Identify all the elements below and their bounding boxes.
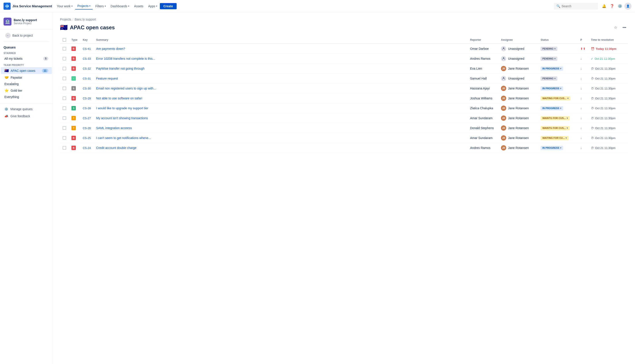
assignee-name: Jane Rotansen xyxy=(508,126,529,130)
manage-queues-item[interactable]: ⚙️ Manage queues xyxy=(1,106,52,112)
issue-summary[interactable]: PayWise transfer not going through xyxy=(96,67,144,70)
status-badge[interactable]: PENDING ▾ xyxy=(541,57,557,61)
sidebar-item-gold-tier[interactable]: ⭐ Gold tier xyxy=(1,87,52,94)
nav-dashboards[interactable]: Dashboards ▾ xyxy=(109,3,132,9)
search-input[interactable] xyxy=(561,4,595,8)
give-feedback-item[interactable]: 📣 Give feedback xyxy=(1,112,52,120)
nav-projects[interactable]: Projects ▾ xyxy=(75,3,93,10)
nav-assets[interactable]: Assets xyxy=(132,3,146,9)
assignee-name: Jane Rotansen xyxy=(508,106,529,110)
row-checkbox[interactable] xyxy=(63,106,66,110)
select-all-checkbox[interactable] xyxy=(63,38,66,42)
issue-summary[interactable]: Not able to use software on safari xyxy=(96,96,142,100)
issue-summary[interactable]: Email non registered users to sign up wi… xyxy=(96,86,156,90)
status-badge[interactable]: PENDING ▾ xyxy=(541,76,557,81)
assignee-cell: Unassigned xyxy=(501,76,535,81)
issue-summary[interactable]: I can't seem to get notifications whene.… xyxy=(96,136,151,140)
issue-key[interactable]: CS-24 xyxy=(83,146,91,150)
issue-key[interactable]: CS-30 xyxy=(83,87,91,90)
issue-summary[interactable]: Feature request xyxy=(96,77,118,80)
issue-key[interactable]: CS-32 xyxy=(83,67,91,70)
priority-icon: ⬆⬆ xyxy=(580,47,586,50)
assignee-cell: JR Jane Rotansen xyxy=(501,96,535,101)
row-checkbox[interactable] xyxy=(63,86,66,90)
issue-key[interactable]: CS-28 xyxy=(83,107,91,110)
breadcrumb-project-name[interactable]: Banc.ly support xyxy=(75,18,96,21)
issue-key[interactable]: CS-27 xyxy=(83,116,91,120)
breadcrumb-projects[interactable]: Projects xyxy=(60,18,71,21)
status-badge[interactable]: IN PROGRESS ▾ xyxy=(541,66,563,71)
issue-summary[interactable]: I would like to upgrade my support tier xyxy=(96,106,148,110)
status-badge[interactable]: WAINTG FOR CUS... ▾ xyxy=(541,116,570,120)
issue-summary[interactable]: Credit account double charge xyxy=(96,146,137,150)
assignee-name: Jane Rotansen xyxy=(508,116,529,120)
table-row: ?CS-26SAML integration acceessDonald Ste… xyxy=(60,123,628,133)
sidebar-item-paywise[interactable]: 🤝 Paywise xyxy=(1,74,52,81)
assignee-cell: Unassigned xyxy=(501,46,535,51)
queues-heading: Queues xyxy=(0,44,53,50)
page-title-emoji: 🇦🇺 xyxy=(60,24,68,31)
sidebar-item-everything[interactable]: Everything xyxy=(1,94,52,100)
nav-filters[interactable]: Filters ▾ xyxy=(93,3,108,9)
assignee-avatar: JR xyxy=(501,86,506,91)
sidebar-item-all-tickets[interactable]: All my tickets 5 xyxy=(1,55,52,62)
time-icon: ⏱ xyxy=(591,67,594,70)
reporter-name: Donald Stephens xyxy=(470,126,494,130)
sidebar-item-escalating[interactable]: Escalating xyxy=(1,81,52,87)
more-actions-button[interactable]: ••• xyxy=(621,24,628,31)
notifications-button[interactable]: 🔔 xyxy=(600,3,608,10)
status-badge[interactable]: IN PROGRESS ▾ xyxy=(541,86,563,90)
issue-summary[interactable]: Are payments down? xyxy=(96,47,125,50)
status-badge[interactable]: IN PROGRESS ▾ xyxy=(541,106,563,110)
badge: 5 xyxy=(43,57,48,60)
assignee-name: Jane Rotansen xyxy=(508,96,529,100)
issue-summary[interactable]: Error 10208 transfers not complete is th… xyxy=(96,57,155,60)
nav-your-work[interactable]: Your work ▾ xyxy=(55,3,75,9)
starred-section-label: STARRED xyxy=(0,50,53,55)
settings-button[interactable]: ⚙️ xyxy=(616,3,623,10)
issue-summary[interactable]: My account isn't showing transactions xyxy=(96,116,148,120)
status-badge[interactable]: WAITING FOR CU... ▾ xyxy=(541,136,569,140)
search-bar[interactable]: 🔍 xyxy=(554,3,598,10)
row-checkbox[interactable] xyxy=(63,96,66,100)
status-badge[interactable]: IN PROGRESS ▾ xyxy=(541,146,563,150)
chevron-down-icon: ▾ xyxy=(567,97,569,100)
star-button[interactable]: ☆ xyxy=(612,24,619,31)
type-icon: 3 xyxy=(72,106,76,110)
row-checkbox[interactable] xyxy=(63,136,66,140)
row-checkbox[interactable] xyxy=(63,77,66,80)
time-value: Oct 21 11:30pm xyxy=(595,116,615,120)
row-checkbox[interactable] xyxy=(63,116,66,120)
app-logo[interactable]: Jira Service Management xyxy=(4,3,52,10)
sidebar-item-apac[interactable]: 🇦🇺 APAC open cases 11 xyxy=(1,67,52,74)
issue-key[interactable]: CS-41 xyxy=(83,47,91,50)
reporter-name: Eva Lien xyxy=(470,67,482,70)
row-checkbox[interactable] xyxy=(63,67,66,70)
row-checkbox[interactable] xyxy=(63,126,66,130)
issue-key[interactable]: CS-31 xyxy=(83,77,91,80)
issue-key[interactable]: CS-29 xyxy=(83,97,91,100)
issue-key[interactable]: CS-33 xyxy=(83,57,91,60)
status-badge[interactable]: WAINTG FOR CUS... ▾ xyxy=(541,126,570,130)
row-checkbox[interactable] xyxy=(63,47,66,50)
issue-key[interactable]: CS-25 xyxy=(83,136,91,140)
chevron-down-icon: ▾ xyxy=(560,87,561,90)
create-button[interactable]: Create xyxy=(160,3,177,9)
nav-apps[interactable]: Apps ▾ xyxy=(146,3,159,9)
chevron-down-icon: ▾ xyxy=(554,77,556,80)
table-row: BCS-32PayWise transfer not going through… xyxy=(60,64,628,74)
status-badge[interactable]: PENDING ▾ xyxy=(541,47,557,51)
user-avatar[interactable]: 👤 xyxy=(624,3,631,10)
chevron-icon: ▾ xyxy=(72,5,73,7)
back-to-project[interactable]: ← Back to project xyxy=(2,31,51,40)
issue-summary[interactable]: SAML integration acceess xyxy=(96,126,132,130)
issue-key[interactable]: CS-26 xyxy=(83,126,91,130)
col-status-header: Status xyxy=(538,36,578,44)
assignee-cell: JR Jane Rotansen xyxy=(501,86,535,91)
status-badge[interactable]: WAITING FOR CUS... ▾ xyxy=(541,96,570,100)
priority-icon: ↓ xyxy=(580,86,582,90)
help-button[interactable]: ❓ xyxy=(608,3,615,10)
row-checkbox[interactable] xyxy=(63,146,66,150)
row-checkbox[interactable] xyxy=(63,57,66,60)
project-name: Banc.ly support xyxy=(14,18,37,22)
